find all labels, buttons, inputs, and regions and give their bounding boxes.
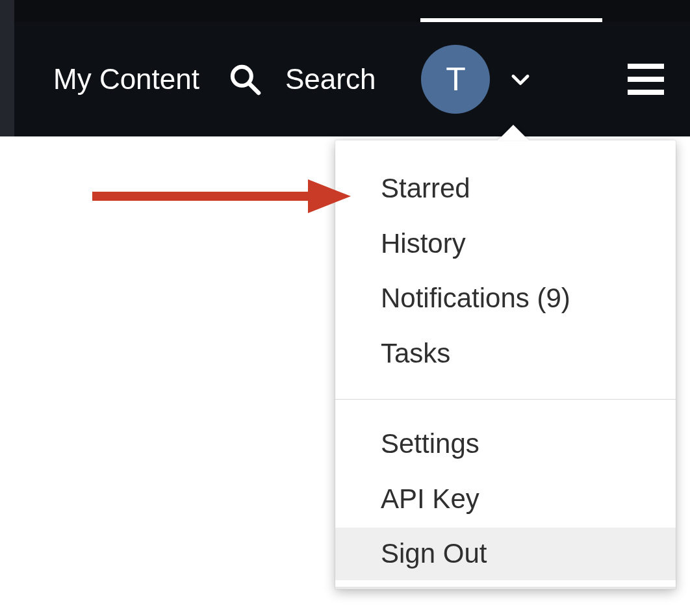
sign-out-menu-item[interactable]: Sign Out [335,528,676,580]
hamburger-icon [628,64,664,69]
window-top-strip [0,0,690,22]
dropdown-bottom-border [335,587,676,589]
nav-items: My Content Search T [0,45,533,114]
chevron-down-icon [508,67,533,92]
user-dropdown-panel: Starred History Notifications (9) Tasks … [335,140,676,589]
history-menu-item[interactable]: History [335,218,676,270]
my-content-link[interactable]: My Content [53,63,199,96]
search-icon [227,61,263,97]
annotation-arrow-icon [90,177,353,216]
hamburger-menu-button[interactable] [628,64,664,95]
dropdown-caret-icon [498,125,529,140]
dropdown-section-activity: Starred History Notifications (9) Tasks [335,162,676,379]
notifications-menu-item[interactable]: Notifications (9) [335,272,676,325]
settings-menu-item[interactable]: Settings [335,418,676,470]
dropdown-divider [335,399,676,400]
starred-menu-item[interactable]: Starred [335,162,676,215]
user-dropdown: Starred History Notifications (9) Tasks … [335,140,676,589]
dropdown-section-account: Settings API Key Sign Out [335,418,676,580]
top-navbar: My Content Search T [0,22,690,136]
page-content: Starred History Notifications (9) Tasks … [0,136,690,616]
svg-line-1 [249,84,259,93]
api-key-menu-item[interactable]: API Key [335,473,676,526]
tasks-menu-item[interactable]: Tasks [335,327,676,380]
search-group[interactable]: Search [227,61,376,97]
search-label: Search [285,63,376,96]
user-menu-trigger[interactable]: T [421,45,533,114]
user-avatar: T [421,45,490,114]
